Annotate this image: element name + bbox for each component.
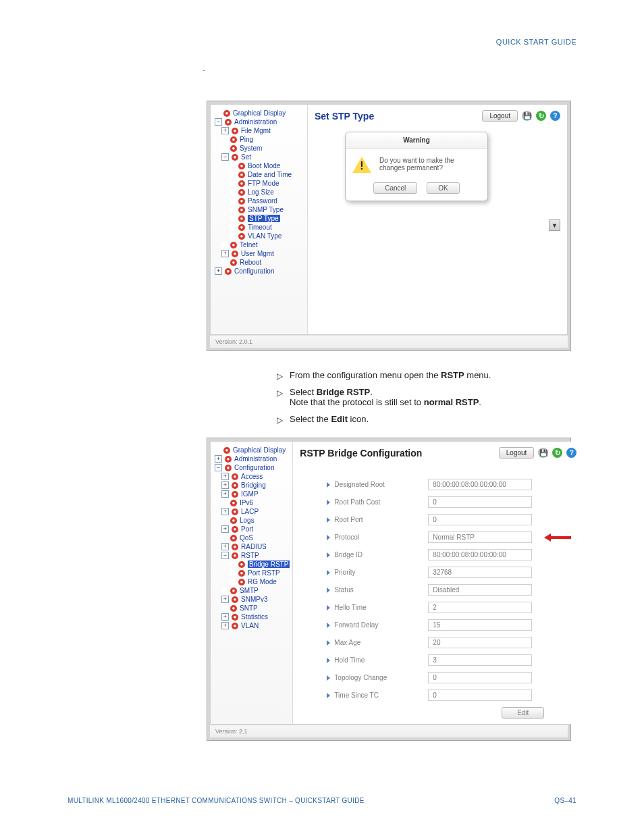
nav-set[interactable]: −●Set bbox=[213, 153, 304, 161]
nav-snmp-type[interactable]: ●SNMP Type bbox=[213, 205, 304, 214]
nav2-bridge-rstp[interactable]: ●Bridge RSTP bbox=[213, 560, 290, 569]
nav-vlan-type[interactable]: ●VLAN Type bbox=[213, 232, 304, 240]
page-title: Set STP Type bbox=[315, 111, 374, 122]
caret-icon bbox=[327, 693, 330, 698]
nav-log-size[interactable]: ●Log Size bbox=[213, 188, 304, 197]
triangle-bullet-icon: ▷ bbox=[277, 388, 283, 398]
page-title-2: RSTP Bridge Configuration bbox=[300, 448, 422, 459]
field-bridge-id: Bridge ID80:00:00:08:00:00:00:00 bbox=[327, 549, 571, 561]
edit-button[interactable]: Edit bbox=[502, 707, 544, 719]
nav-tree-2: ●Graphical Display +●Administration −●Co… bbox=[211, 442, 293, 724]
caret-icon bbox=[327, 482, 330, 488]
nav2-radius[interactable]: +●RADIUS bbox=[213, 542, 290, 551]
caret-icon bbox=[327, 605, 330, 610]
dropdown-arrow-icon[interactable]: ▼ bbox=[549, 219, 560, 231]
help-icon[interactable]: ? bbox=[550, 111, 560, 121]
triangle-bullet-icon: ▷ bbox=[277, 371, 283, 381]
dialog-title: Warning bbox=[346, 132, 487, 149]
nav2-bridging[interactable]: +●Bridging bbox=[213, 481, 290, 490]
refresh-icon[interactable]: ↻ bbox=[552, 448, 562, 458]
nav2-logs[interactable]: ●Logs bbox=[213, 516, 290, 525]
nav-system[interactable]: ●System bbox=[213, 144, 304, 153]
nav-ftp-mode[interactable]: ●FTP Mode bbox=[213, 179, 304, 188]
nav2-smtp[interactable]: ●SMTP bbox=[213, 586, 290, 595]
ok-button[interactable]: OK bbox=[427, 182, 459, 194]
caret-icon bbox=[327, 552, 330, 558]
red-arrow-annotation bbox=[544, 533, 571, 542]
nav2-ipv6[interactable]: ●IPv6 bbox=[213, 498, 290, 507]
nav-administration[interactable]: −●Administration bbox=[213, 118, 304, 126]
svg-marker-0 bbox=[544, 533, 571, 542]
field-hello-time: Hello Time2 bbox=[327, 602, 571, 613]
version-label: Version: 2.0.1 bbox=[210, 335, 568, 348]
dialog-text: Do you want to make the changes permanen… bbox=[379, 157, 454, 172]
refresh-icon[interactable]: ↻ bbox=[536, 111, 546, 121]
nav-stp-type[interactable]: ●STP Type bbox=[213, 214, 304, 223]
nav2-graphical[interactable]: ●Graphical Display bbox=[213, 446, 290, 454]
body-dash: - bbox=[203, 66, 576, 74]
nav-user-mgmt[interactable]: +●User Mgmt bbox=[213, 249, 304, 258]
nav2-statistics[interactable]: +●Statistics bbox=[213, 613, 290, 621]
caret-icon bbox=[327, 500, 330, 505]
logout-button-2[interactable]: Logout bbox=[499, 447, 535, 459]
nav2-rstp[interactable]: −●RSTP bbox=[213, 551, 290, 560]
caret-icon bbox=[327, 640, 330, 646]
screenshot-set-stp-type: ●Graphical Display −●Administration +●Fi… bbox=[207, 101, 571, 351]
nav-reboot[interactable]: ●Reboot bbox=[213, 258, 304, 267]
nav2-configuration[interactable]: −●Configuration bbox=[213, 463, 290, 472]
nav-telnet[interactable]: ●Telnet bbox=[213, 240, 304, 249]
help-icon[interactable]: ? bbox=[566, 448, 576, 458]
save-icon[interactable]: 💾 bbox=[538, 448, 548, 458]
screenshot-rstp-bridge: ●Graphical Display +●Administration −●Co… bbox=[207, 438, 571, 741]
field-forward-delay: Forward Delay15 bbox=[327, 619, 571, 631]
nav-file-mgmt[interactable]: +●File Mgmt bbox=[213, 126, 304, 135]
config-fields: Designated Root80:00:00:08:00:00:00:00 R… bbox=[293, 463, 583, 724]
nav2-access[interactable]: +●Access bbox=[213, 472, 290, 481]
field-designated-root: Designated Root80:00:00:08:00:00:00:00 bbox=[327, 479, 571, 490]
instruction-2: ▷ Select Bridge RSTP. Note that the prot… bbox=[277, 387, 576, 407]
nav2-rg-mode[interactable]: ●RG Mode bbox=[213, 577, 290, 586]
field-status: StatusDisabled bbox=[327, 584, 571, 596]
version-label-2: Version: 2.1 bbox=[210, 725, 568, 737]
field-root-path-cost: Root Path Cost0 bbox=[327, 496, 571, 508]
nav-configuration[interactable]: +●Configuration bbox=[213, 267, 304, 276]
nav-password[interactable]: ●Password bbox=[213, 197, 304, 205]
nav-date-time[interactable]: ●Date and Time bbox=[213, 170, 304, 179]
nav-timeout[interactable]: ●Timeout bbox=[213, 223, 304, 232]
nav2-vlan[interactable]: +●VLAN bbox=[213, 621, 290, 630]
warning-icon bbox=[352, 157, 371, 173]
triangle-bullet-icon: ▷ bbox=[277, 415, 283, 425]
field-hold-time: Hold Time3 bbox=[327, 654, 571, 666]
cancel-button[interactable]: Cancel bbox=[373, 182, 417, 194]
nav2-sntp[interactable]: ●SNTP bbox=[213, 604, 290, 613]
caret-icon bbox=[327, 658, 330, 663]
nav2-administration[interactable]: +●Administration bbox=[213, 454, 290, 463]
field-topology-change: Topology Change0 bbox=[327, 672, 571, 683]
caret-icon bbox=[327, 535, 330, 540]
nav2-port-rstp[interactable]: ●Port RSTP bbox=[213, 569, 290, 577]
content-area: Set STP Type Logout 💾 ↻ ? Warning bbox=[308, 105, 567, 334]
nav2-qos[interactable]: ●QoS bbox=[213, 533, 290, 542]
nav-ping[interactable]: ●Ping bbox=[213, 135, 304, 144]
nav-graphical-display[interactable]: ●Graphical Display bbox=[213, 109, 304, 118]
footer-left: MULTILINK ML1600/2400 ETHERNET COMMUNICA… bbox=[68, 797, 365, 804]
instruction-list: ▷ From the configuration menu open the R… bbox=[277, 370, 576, 424]
caret-icon bbox=[327, 588, 330, 593]
logout-button[interactable]: Logout bbox=[482, 110, 518, 122]
field-time-since-tc: Time Since TC0 bbox=[327, 689, 571, 701]
content-area-2: RSTP Bridge Configuration Logout 💾 ↻ ? D… bbox=[293, 442, 583, 724]
field-root-port: Root Port0 bbox=[327, 514, 571, 525]
footer-right: QS–41 bbox=[554, 797, 576, 804]
caret-icon bbox=[327, 623, 330, 628]
instruction-1: ▷ From the configuration menu open the R… bbox=[277, 370, 576, 380]
nav-tree: ●Graphical Display −●Administration +●Fi… bbox=[211, 105, 308, 334]
field-protocol: Protocol Normal RSTP bbox=[327, 531, 571, 543]
nav2-lacp[interactable]: +●LACP bbox=[213, 507, 290, 516]
warning-dialog: Warning Do you want to make the changes … bbox=[345, 132, 488, 201]
nav2-snmpv3[interactable]: +●SNMPv3 bbox=[213, 595, 290, 604]
save-icon[interactable]: 💾 bbox=[522, 111, 532, 121]
caret-icon bbox=[327, 675, 330, 681]
nav2-igmp[interactable]: +●IGMP bbox=[213, 490, 290, 498]
nav2-port[interactable]: +●Port bbox=[213, 525, 290, 533]
nav-boot-mode[interactable]: ●Boot Mode bbox=[213, 161, 304, 170]
